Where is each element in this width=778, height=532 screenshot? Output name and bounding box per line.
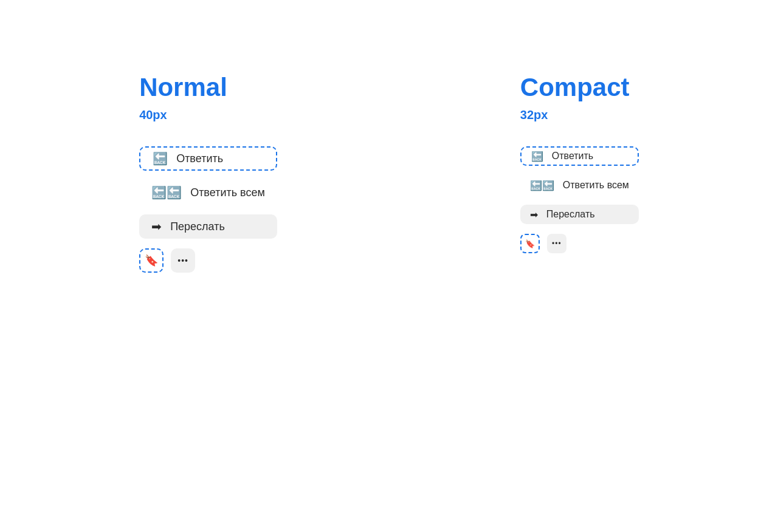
normal-title: Normal <box>139 73 277 102</box>
normal-reply-label: Ответить <box>176 152 223 165</box>
forward-icon: ➡ <box>151 219 162 234</box>
more-icon: ••• <box>177 256 188 265</box>
normal-forward-button[interactable]: ➡ Переслать <box>139 214 277 239</box>
compact-more-button[interactable]: ••• <box>547 234 566 253</box>
main-container: Normal 40px 🔙 Ответить 🔙🔙 Ответить всем … <box>139 73 639 273</box>
compact-size: 32px <box>520 108 639 122</box>
reply-all-icon: 🔙🔙 <box>151 185 182 200</box>
normal-column: Normal 40px 🔙 Ответить 🔙🔙 Ответить всем … <box>139 73 277 273</box>
compact-bookmark-icon: 🔖 <box>525 239 535 248</box>
bookmark-icon: 🔖 <box>145 254 158 267</box>
normal-size: 40px <box>139 108 277 122</box>
compact-reply-all-button[interactable]: 🔙🔙 Ответить всем <box>520 176 639 195</box>
compact-more-icon: ••• <box>552 239 562 248</box>
normal-reply-all-label: Ответить всем <box>190 186 265 199</box>
normal-bookmark-button[interactable]: 🔖 <box>139 248 164 273</box>
compact-column: Compact 32px 🔙 Ответить 🔙🔙 Ответить всем… <box>520 73 639 273</box>
compact-title: Compact <box>520 73 639 102</box>
normal-buttons-group: 🔙 Ответить 🔙🔙 Ответить всем ➡ Переслать … <box>139 146 277 273</box>
normal-reply-all-button[interactable]: 🔙🔙 Ответить всем <box>139 180 277 205</box>
normal-reply-button[interactable]: 🔙 Ответить <box>139 146 277 171</box>
compact-forward-label: Переслать <box>546 209 595 220</box>
compact-buttons-group: 🔙 Ответить 🔙🔙 Ответить всем ➡ Переслать … <box>520 146 639 253</box>
normal-icon-row: 🔖 ••• <box>139 248 277 273</box>
compact-forward-button[interactable]: ➡ Переслать <box>520 205 639 224</box>
compact-reply-icon: 🔙 <box>531 151 543 162</box>
compact-icon-row: 🔖 ••• <box>520 234 639 253</box>
normal-more-button[interactable]: ••• <box>171 248 195 273</box>
compact-reply-all-icon: 🔙🔙 <box>530 180 554 191</box>
compact-bookmark-button[interactable]: 🔖 <box>520 234 540 253</box>
compact-reply-button[interactable]: 🔙 Ответить <box>520 146 639 166</box>
reply-icon: 🔙 <box>153 151 168 166</box>
compact-reply-label: Ответить <box>552 151 593 162</box>
compact-reply-all-label: Ответить всем <box>563 180 629 191</box>
compact-forward-icon: ➡ <box>530 209 538 220</box>
normal-forward-label: Переслать <box>170 220 225 233</box>
